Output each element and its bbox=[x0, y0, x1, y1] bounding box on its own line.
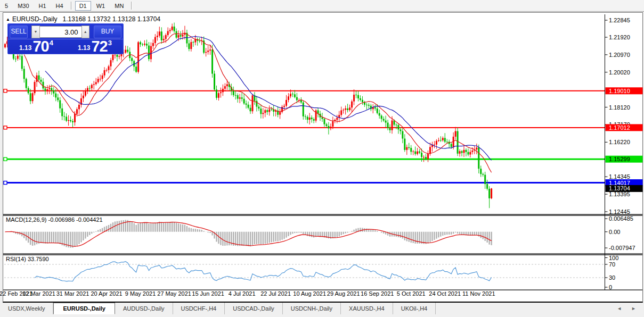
candle bbox=[154, 37, 156, 43]
tab-usdchf-h4[interactable]: USDCHF-,H4 bbox=[173, 303, 225, 314]
candle bbox=[325, 124, 327, 126]
sell-button[interactable]: SELL bbox=[10, 26, 28, 38]
candle bbox=[83, 96, 84, 98]
timeframe-button-h4[interactable]: H4 bbox=[52, 1, 68, 11]
timeframe-button-5[interactable]: 5 bbox=[1, 1, 12, 11]
candle bbox=[469, 152, 471, 155]
candle bbox=[224, 86, 226, 89]
candle bbox=[159, 31, 160, 36]
rsi-indicator bbox=[4, 262, 605, 281]
volume-input[interactable] bbox=[40, 26, 81, 38]
symbol-label: EURUSD-,Daily bbox=[12, 15, 58, 23]
candle bbox=[387, 123, 389, 128]
date-tick-label: 10 Aug 2021 bbox=[293, 290, 326, 297]
candle bbox=[296, 97, 298, 101]
candle bbox=[48, 88, 50, 89]
date-tick-label: 4 Jul 2021 bbox=[229, 290, 256, 297]
buy-button[interactable]: BUY bbox=[94, 26, 121, 38]
candle bbox=[389, 128, 391, 130]
candle bbox=[169, 30, 171, 31]
candle bbox=[237, 95, 239, 99]
candle bbox=[397, 125, 399, 129]
candle bbox=[76, 109, 78, 114]
timeframe-button-m30[interactable]: M30 bbox=[13, 1, 33, 11]
volume-increase-button[interactable]: ▲ bbox=[81, 26, 89, 38]
candle bbox=[340, 110, 342, 115]
candle bbox=[114, 55, 116, 55]
candle bbox=[307, 117, 308, 120]
candle bbox=[250, 108, 251, 112]
candle bbox=[188, 44, 190, 49]
candle bbox=[74, 114, 76, 122]
volume-decrease-button[interactable]: ▼ bbox=[31, 26, 39, 38]
line-anchor-marker bbox=[4, 181, 7, 185]
ask-big-digits: 72 bbox=[91, 39, 107, 53]
candle bbox=[218, 93, 219, 98]
candle bbox=[459, 151, 461, 154]
date-tick-label: 20 Apr 2021 bbox=[91, 290, 122, 297]
candle bbox=[91, 85, 93, 88]
timeframe-button-d1[interactable]: D1 bbox=[75, 1, 91, 11]
candle bbox=[178, 35, 180, 38]
tab-usdcnh-daily[interactable]: USDCNH-,Daily bbox=[283, 303, 341, 314]
candle bbox=[66, 116, 67, 121]
price-tick-label: 1.14345 bbox=[609, 173, 630, 180]
candle bbox=[127, 50, 128, 52]
candle bbox=[457, 131, 459, 154]
candle bbox=[476, 147, 477, 149]
macd-tick-label: -0.007947 bbox=[609, 245, 635, 251]
candle bbox=[279, 112, 281, 115]
price-badge-label: 1.19010 bbox=[609, 88, 630, 94]
rsi-tick-label: 0 bbox=[609, 284, 612, 290]
candle bbox=[131, 58, 133, 61]
bid-prefix: 1.13 bbox=[19, 44, 31, 52]
timeframe-button-h1[interactable]: H1 bbox=[35, 1, 51, 11]
candle bbox=[23, 69, 25, 79]
candle bbox=[377, 109, 378, 113]
bid-pipette: 4 bbox=[50, 39, 53, 47]
candle bbox=[72, 121, 74, 122]
price-tick-label: 1.20020 bbox=[609, 69, 630, 76]
tab-audusd-daily[interactable]: AUDUSD-,Daily bbox=[115, 303, 173, 314]
candle bbox=[385, 121, 387, 123]
candle bbox=[251, 95, 253, 111]
candle bbox=[163, 39, 165, 40]
candle bbox=[444, 138, 446, 141]
tab-usdcad-daily[interactable]: USDCAD-,Daily bbox=[225, 303, 283, 314]
candle bbox=[89, 88, 91, 89]
candle bbox=[465, 150, 467, 152]
candle bbox=[34, 82, 36, 93]
candle bbox=[108, 66, 110, 70]
candle bbox=[258, 107, 259, 109]
candle bbox=[190, 42, 192, 49]
tab-ukoil-h4[interactable]: UKOil-,H4 bbox=[393, 303, 436, 314]
price-tick-label: 1.16220 bbox=[609, 139, 630, 145]
candle bbox=[152, 43, 154, 46]
timeframe-button-w1[interactable]: W1 bbox=[92, 1, 110, 11]
tab-scroll-right-icon[interactable]: ► bbox=[626, 305, 641, 312]
tab-usdx-weekly[interactable]: USDX,Weekly bbox=[0, 303, 53, 314]
timeframe-button-mn[interactable]: MN bbox=[110, 1, 128, 11]
candle bbox=[61, 109, 63, 116]
tab-eurusd-daily[interactable]: EURUSD-,Daily bbox=[53, 303, 115, 314]
candle bbox=[343, 110, 344, 110]
candle bbox=[207, 51, 209, 52]
candle bbox=[248, 105, 249, 108]
date-tick-label: 24 Oct 2021 bbox=[429, 290, 461, 297]
candle bbox=[305, 116, 306, 117]
macd-tick-label: 0.006485 bbox=[609, 215, 633, 222]
candle bbox=[142, 44, 143, 45]
candle bbox=[345, 109, 346, 110]
candle bbox=[451, 144, 452, 147]
collapse-arrow-icon[interactable]: ▲ bbox=[6, 17, 10, 22]
candle bbox=[484, 175, 486, 184]
candle bbox=[53, 90, 54, 94]
candle bbox=[21, 56, 23, 69]
tab-xauusd-h4[interactable]: XAUUSD-,H4 bbox=[341, 303, 393, 314]
candle bbox=[106, 70, 108, 71]
candle bbox=[360, 98, 361, 100]
candle bbox=[423, 157, 425, 157]
date-tick-label: 12 Mar 2021 bbox=[22, 290, 55, 297]
tab-scroll-left-icon[interactable]: ◄ bbox=[612, 305, 626, 312]
candle bbox=[393, 120, 395, 124]
